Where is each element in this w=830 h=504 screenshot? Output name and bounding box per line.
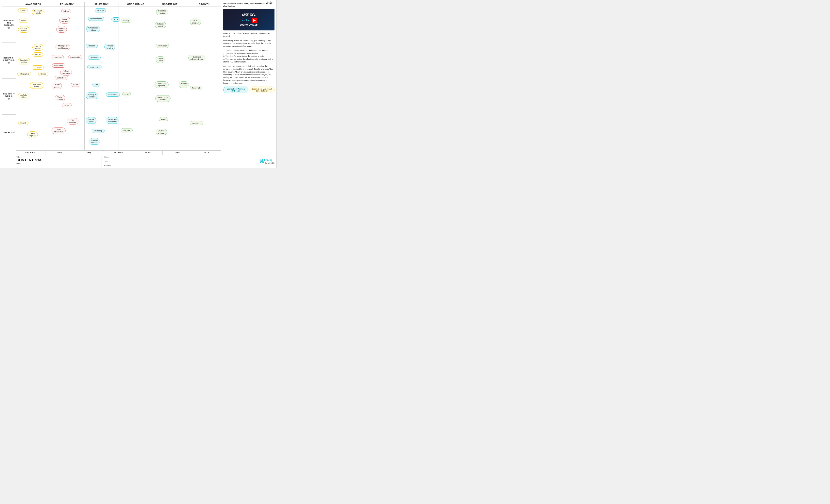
- hashtag-mql: #MQL: [45, 151, 74, 155]
- footer-title-text: CONTENT MAP: [17, 158, 100, 162]
- video-title-line1: DEVELOP A: [242, 14, 256, 17]
- tag-events: Events: [38, 72, 49, 76]
- hashtag-mrr: #MRR: [162, 151, 192, 155]
- row-label-2: SEE HOW ITWORKS: [2, 78, 16, 115]
- grid-row-2: Case studyvideos YouTubevideo How-tovide…: [16, 80, 221, 115]
- logo-text: inning: [265, 159, 275, 162]
- grid-cell-r0c4: Breakfastseries Industryevent: [153, 7, 187, 42]
- tag-data-sheet: Data sheet: [55, 76, 68, 80]
- sidebar-buttons: Learn about Winning By Design Learn abou…: [223, 87, 275, 93]
- grid-cell-r2c1: How-tovideos Demo Trendreports Rating: [50, 80, 85, 115]
- row-labels: RESEARCH THEPROBLEM RESEARCHSOLUTIONS SE…: [2, 6, 16, 150]
- tag-calculators: Calculators: [106, 93, 120, 97]
- tag-industry-reports: Industryreports: [18, 26, 29, 33]
- sidebar: **To watch the tutorial video, click "Pr…: [221, 0, 277, 155]
- col-headers: AWARENESS EDUCATION SELECTION ONBOARDING…: [16, 2, 221, 6]
- tag-internal-demo: Internaldemo: [86, 117, 96, 124]
- tag-project-timeline: Projecttimeline: [104, 44, 115, 50]
- grid-container: RESEARCH THEPROBLEM RESEARCHSOLUTIONS SE…: [2, 6, 221, 150]
- footer-logo-cell: Revision: W inning by Design: [189, 155, 277, 167]
- tag-referral: Referral: [95, 8, 106, 12]
- grid-cell-r0c5: HEROprogram: [187, 7, 221, 42]
- tag-rating: Rating: [62, 103, 71, 107]
- grid-cell-r3c0: Search Onlinesign-up: [16, 115, 50, 150]
- sidebar-para-2: As a customer progresses in their unders…: [223, 65, 275, 85]
- grid-cell-r2c0: Case studyvideos YouTubevideo: [16, 80, 50, 115]
- tag-execute-commit: Executecommit: [89, 138, 100, 145]
- tag-poc: POC: [122, 92, 131, 96]
- tag-terms-conditions: Terms andconditions: [106, 117, 119, 124]
- tag-demo: Demo: [71, 83, 80, 87]
- tag-meetups-speaker: Meetups asspeaker: [155, 82, 168, 88]
- tag-specialist-webinar: Specialistwebinar: [18, 58, 30, 64]
- hashtag-commit: #COMMIT: [104, 151, 133, 155]
- tag-hero-program: HEROprogram: [190, 19, 201, 25]
- video-title-line2: rich & er: [241, 19, 250, 22]
- tag-case-study-videos: Case studyvideos: [30, 82, 43, 89]
- tag-workshop: Workshop: [92, 129, 104, 133]
- video-title-line3: CONTENT MAP: [240, 24, 258, 27]
- grid-cell-r2c3: POC: [119, 80, 153, 115]
- arrow-down-2: [7, 98, 10, 100]
- tag-client-portal: ClientPortal: [156, 56, 165, 63]
- tag-trial: Trial: [93, 83, 100, 87]
- tag-integrate: Integrate: [121, 128, 133, 132]
- sidebar-author: Notes from Jacco van der Kooij (Founder …: [223, 32, 275, 38]
- footer-notes-label: Notes: [17, 162, 100, 164]
- tag-expert-webinar: Expertwebinar: [59, 17, 70, 24]
- tag-case-study: Case study: [68, 55, 82, 59]
- footer-architect-label: Architect:: [104, 164, 187, 166]
- col-header-onboarding: ONBOARDING: [119, 2, 153, 6]
- footer-revision-label: Revision:: [267, 1, 275, 3]
- footer-title-cell: Title: CONTENT MAP Notes: [14, 155, 102, 167]
- tag-youtube-video: YouTubevideo: [18, 93, 29, 99]
- tag-customer-advisory-board: CustomerAdvisory Board: [188, 55, 205, 61]
- row-label-1: RESEARCHSOLUTIONS: [2, 42, 16, 78]
- arrow-down-1: [7, 62, 10, 64]
- grid-cell-r0c0: Vision Researcharticle Quora Industryrep…: [16, 7, 50, 42]
- tag-regulation: Regulation: [190, 121, 203, 125]
- grid-cell-r3c2: Internaldemo Terms andconditions Worksho…: [85, 115, 119, 150]
- tag-meetups-practitioners: Meetups ofpractitioners: [56, 44, 70, 50]
- tag-howto-videos-r2c1: How-tovideos: [52, 83, 62, 89]
- grid-cell-r2c5: Peer visit: [187, 80, 221, 115]
- arrow-down-0: [7, 27, 10, 29]
- row-label-text-2: SEE HOW ITWORKS: [3, 93, 14, 97]
- grid-cell-r1c1: Meetups ofpractitioners Blog post Case s…: [50, 42, 85, 80]
- logo-sub: by Design: [265, 162, 275, 164]
- sidebar-para-1: 1. They conduct research and understand …: [223, 49, 275, 63]
- grid-cell-r1c4: Newsletter ClientPortal: [153, 42, 187, 80]
- hashtag-sql: #SQL: [75, 151, 104, 155]
- row-label-text-1: RESEARCHSOLUTIONS: [3, 57, 14, 61]
- tag-panel: Panel: [159, 117, 168, 121]
- grid-row-0: Vision Researcharticle Quora Industryrep…: [16, 6, 221, 42]
- grid-cell-r1c5: CustomerAdvisory Board: [187, 42, 221, 80]
- grid-cell-r3c5: Regulation: [187, 115, 221, 150]
- row-label-3: TAKE ACTION: [2, 115, 16, 150]
- grid-row-3: Search Onlinesign-up RFPtemplate Teamint…: [16, 115, 221, 150]
- grid-cell-r1c3: [119, 42, 153, 80]
- tag-proposal: Proposal: [86, 44, 98, 48]
- video-thumbnail[interactable]: EPISODE 6 DEVELOP A rich & er CONTENT MA…: [223, 9, 275, 30]
- map-area: AWARENESS EDUCATION SELECTION ONBOARDING…: [0, 0, 221, 155]
- tag-analyst-reports: Analystreports: [56, 26, 67, 33]
- sidebar-btn-winning[interactable]: Learn about Winning By Design: [223, 87, 248, 93]
- hashtag-prospect: #PROSPECT: [16, 151, 45, 155]
- tag-referral-websites: Referralwebsites: [60, 69, 72, 75]
- tag-advert: Advert: [61, 9, 71, 13]
- sidebar-para-0: Horizontally across the content map, you…: [223, 39, 275, 48]
- sidebar-tutorial-note: **To watch the tutorial video, click "Pr…: [223, 2, 275, 7]
- grid-cell-r0c2: Referral Questionnaire Whiteboardvideos …: [85, 7, 119, 42]
- sidebar-btn-lucidchart[interactable]: Learn about Lucidchart Sales Solution: [250, 87, 275, 93]
- tag-breakfast-series: Breakfastseries: [156, 9, 168, 15]
- tag-awards-program: Awardsprogram: [156, 129, 167, 135]
- grid-cell-r3c4: Panel Awardsprogram: [153, 115, 187, 150]
- play-button[interactable]: [252, 18, 257, 23]
- footer-client-label: Client:: [104, 156, 187, 158]
- tag-rfp-template: RFPtemplate: [67, 118, 78, 125]
- tag-podcasts: Podcasts: [32, 65, 44, 70]
- tag-checklists: Checklists: [88, 56, 101, 60]
- tag-ebooks: eBooks: [32, 52, 43, 57]
- page: AWARENESS EDUCATION SELECTION ONBOARDING…: [0, 0, 277, 168]
- tag-meetup-r0: Meetup: [121, 19, 131, 23]
